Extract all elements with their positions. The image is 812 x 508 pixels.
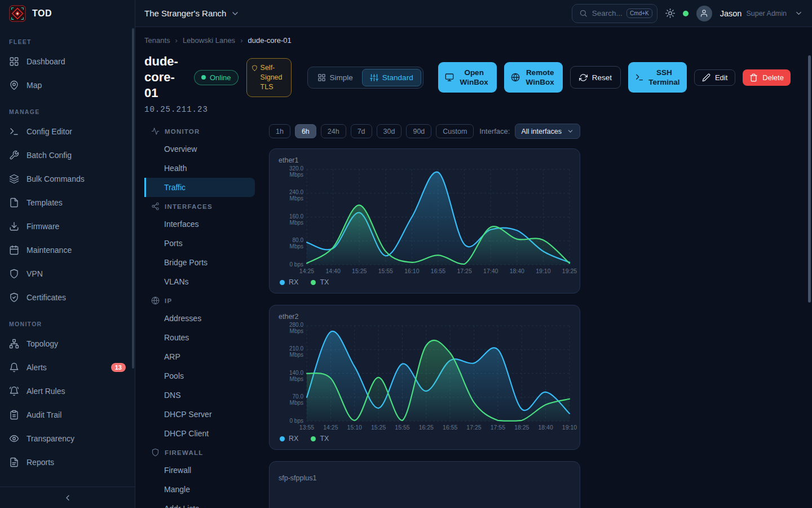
subnav-item-arp[interactable]: ARP bbox=[144, 347, 255, 366]
sidebar-item-alerts[interactable]: Alerts13 bbox=[0, 356, 135, 379]
svg-text:19:10: 19:10 bbox=[536, 268, 550, 274]
legend-tx-dot bbox=[311, 436, 316, 441]
sidebar-item-config-editor[interactable]: Config Editor bbox=[0, 120, 135, 143]
subnav-item-ports[interactable]: Ports bbox=[144, 234, 255, 253]
subnav-item-dns[interactable]: DNS bbox=[144, 386, 255, 405]
pencil-icon bbox=[702, 73, 710, 82]
subnav-item-vlans[interactable]: VLANs bbox=[144, 272, 255, 291]
chart-legend: RXTX bbox=[279, 431, 571, 445]
subnav-item-health[interactable]: Health bbox=[144, 159, 255, 178]
theme-toggle-button[interactable] bbox=[665, 8, 675, 18]
shield-check-icon bbox=[9, 292, 19, 303]
legend-label: RX bbox=[289, 278, 298, 286]
chart-title: sfp-sfpplus1 bbox=[279, 474, 571, 482]
range-7d-button[interactable]: 7d bbox=[351, 124, 372, 138]
delete-button[interactable]: Delete bbox=[743, 69, 791, 86]
shield-icon bbox=[251, 65, 258, 71]
wrench-icon bbox=[9, 150, 19, 160]
sidebar-item-bulk-commands[interactable]: Bulk Commands bbox=[0, 167, 135, 191]
legend-rx-dot bbox=[280, 280, 285, 285]
range-1h-button[interactable]: 1h bbox=[269, 124, 290, 138]
sidebar-item-label: VPN bbox=[27, 269, 43, 278]
svg-text:18:40: 18:40 bbox=[538, 424, 553, 431]
button-label: Reset bbox=[592, 73, 612, 82]
subnav-item-addresses[interactable]: Addresses bbox=[144, 309, 255, 328]
sidebar-item-reports[interactable]: Reports bbox=[0, 450, 135, 474]
breadcrumb-separator bbox=[175, 36, 178, 45]
grid-icon bbox=[9, 56, 19, 67]
open-winbox-button[interactable]: Open WinBox bbox=[438, 62, 497, 93]
sidebar-item-dashboard[interactable]: Dashboard bbox=[0, 50, 135, 73]
interface-select[interactable]: All interfaces bbox=[515, 124, 580, 139]
user-menu-chevron[interactable] bbox=[795, 9, 803, 17]
search-box[interactable]: Cmd+K bbox=[572, 4, 657, 23]
subnav-item-pools[interactable]: Pools bbox=[144, 366, 255, 386]
sidebar-item-transparency[interactable]: Transparency bbox=[0, 427, 135, 450]
range-custom-button[interactable]: Custom bbox=[436, 124, 474, 138]
tenant-selector[interactable]: The Stranger's Ranch bbox=[144, 8, 240, 18]
sidebar-item-label: Config Editor bbox=[27, 127, 72, 136]
subnav-item-overview[interactable]: Overview bbox=[144, 139, 255, 159]
range-30d-button[interactable]: 30d bbox=[377, 124, 402, 138]
sidebar-item-certificates[interactable]: Certificates bbox=[0, 286, 135, 309]
terminal-icon bbox=[9, 126, 19, 137]
subnav-item-dhcp-client[interactable]: DHCP Client bbox=[144, 424, 255, 443]
subnav-item-traffic[interactable]: Traffic bbox=[144, 178, 255, 197]
sidebar-item-templates[interactable]: Templates bbox=[0, 191, 135, 214]
sidebar-item-batch-config[interactable]: Batch Config bbox=[0, 143, 135, 167]
range-24h-button[interactable]: 24h bbox=[321, 124, 346, 138]
range-90d-button[interactable]: 90d bbox=[406, 124, 431, 138]
reset-button[interactable]: Reset bbox=[570, 66, 621, 89]
ssh-terminal-button[interactable]: SSH Terminal bbox=[628, 62, 687, 93]
subnav-section-label: INTERFACES bbox=[165, 203, 213, 210]
sidebar-collapse-button[interactable] bbox=[0, 487, 135, 508]
sidebar-item-maintenance[interactable]: Maintenance bbox=[0, 238, 135, 262]
sidebar-section-manage: MANAGE bbox=[0, 97, 135, 120]
edit-button[interactable]: Edit bbox=[694, 69, 735, 86]
sidebar-item-map[interactable]: Map bbox=[0, 73, 135, 97]
svg-text:14:25: 14:25 bbox=[299, 268, 314, 274]
subnav-item-addr-lists[interactable]: Addr Lists bbox=[144, 499, 255, 508]
view-mode-simple[interactable]: Simple bbox=[310, 69, 361, 86]
button-label: Edit bbox=[715, 73, 727, 82]
subnav-item-dhcp-server[interactable]: DHCP Server bbox=[144, 405, 255, 424]
sidebar-item-alert-rules[interactable]: Alert Rules bbox=[0, 379, 135, 403]
view-mode-standard[interactable]: Standard bbox=[362, 69, 421, 86]
svg-text:17:25: 17:25 bbox=[466, 424, 481, 431]
sidebar-scrollbar[interactable] bbox=[132, 28, 134, 369]
shield-icon bbox=[151, 448, 160, 457]
subnav-item-bridge-ports[interactable]: Bridge Ports bbox=[144, 253, 255, 272]
device-header: dude-core-01 Online Self-Signed TLS Simp… bbox=[144, 54, 812, 101]
subnav-item-routes[interactable]: Routes bbox=[144, 328, 255, 347]
sidebar-item-firmware[interactable]: Firmware bbox=[0, 214, 135, 238]
content-scrollbar[interactable] bbox=[808, 55, 811, 303]
tls-warning-badge: Self-Signed TLS bbox=[246, 58, 292, 97]
sidebar-item-vpn[interactable]: VPN bbox=[0, 262, 135, 286]
chart-card-ether1: ether1320.0Mbps240.0Mbps160.0Mbps80.0Mbp… bbox=[269, 148, 580, 294]
svg-text:140.0Mbps: 140.0Mbps bbox=[289, 370, 303, 382]
subnav-item-mangle[interactable]: Mangle bbox=[144, 480, 255, 499]
avatar[interactable] bbox=[696, 6, 712, 21]
svg-text:13:55: 13:55 bbox=[299, 424, 314, 431]
sidebar-item-label: Batch Config bbox=[27, 151, 72, 160]
alerts-count-badge: 13 bbox=[111, 363, 126, 372]
search-input[interactable] bbox=[592, 9, 622, 17]
online-status-badge: Online bbox=[194, 70, 239, 85]
layers-icon bbox=[9, 174, 19, 184]
sidebar-item-audit-trail[interactable]: Audit Trail bbox=[0, 403, 135, 427]
connection-status-dot bbox=[683, 11, 689, 16]
svg-text:70.0Mbps: 70.0Mbps bbox=[290, 393, 304, 406]
subnav-item-interfaces[interactable]: Interfaces bbox=[144, 214, 255, 234]
remote-winbox-button[interactable]: Remote WinBox bbox=[504, 62, 563, 93]
share-icon bbox=[151, 202, 160, 211]
legend-label: TX bbox=[320, 435, 329, 443]
breadcrumb-tenants[interactable]: Tenants bbox=[144, 36, 170, 45]
sidebar-item-topology[interactable]: Topology bbox=[0, 332, 135, 356]
breadcrumb-tenant-name[interactable]: Lebowski Lanes bbox=[183, 36, 235, 45]
range-6h-button[interactable]: 6h bbox=[295, 124, 316, 138]
subnav-section-firewall: FIREWALL bbox=[144, 443, 255, 461]
file-text-icon bbox=[9, 457, 19, 467]
subnav-item-firewall[interactable]: Firewall bbox=[144, 461, 255, 480]
view-mode-label: Standard bbox=[382, 73, 413, 82]
brand[interactable]: TOD bbox=[0, 0, 135, 27]
